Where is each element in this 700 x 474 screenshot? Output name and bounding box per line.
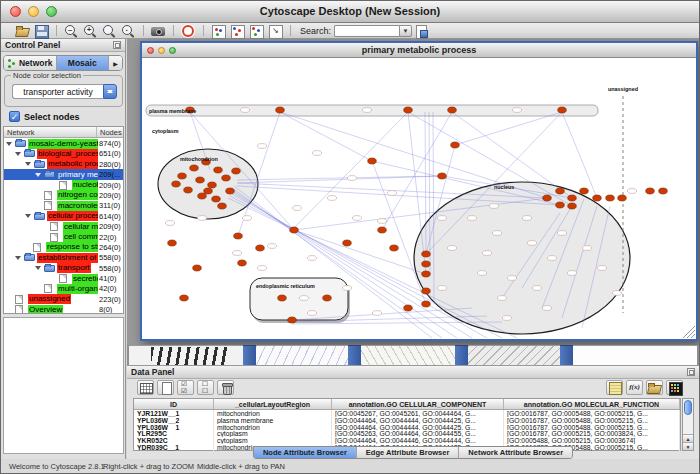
tree-row[interactable]: cell communicat22(0)	[4, 232, 123, 242]
network-node-small[interactable]	[307, 256, 316, 261]
network-edge[interactable]	[292, 112, 408, 230]
tree-row[interactable]: macromolecule311(0)	[4, 200, 123, 210]
notes-icon[interactable]	[606, 380, 623, 395]
network-node[interactable]	[646, 188, 655, 194]
select-nodes-checkbox[interactable]: ✓	[9, 111, 20, 122]
network-node[interactable]	[238, 260, 247, 266]
background-window[interactable]	[573, 345, 697, 365]
network-node[interactable]	[178, 173, 187, 179]
network-node[interactable]	[343, 240, 352, 246]
network-node[interactable]	[184, 187, 193, 193]
tree-row[interactable]: secretion41(0)	[4, 273, 123, 283]
scroll-down-icon[interactable]: ▼	[683, 442, 693, 450]
tree-row[interactable]: multi-organism pro42(0)	[4, 283, 123, 293]
table-row[interactable]: YPL036W__2plasma membrane[GO:0044464, GO…	[134, 417, 680, 424]
network-node-small[interactable]	[347, 176, 356, 181]
zoom-in-icon[interactable]	[83, 24, 98, 38]
network-node[interactable]	[276, 107, 285, 113]
new-attribute-icon[interactable]	[157, 380, 174, 395]
table-cell[interactable]: mitochondrion	[214, 410, 332, 417]
table-column-header[interactable]: annotation.GO CELLULAR_COMPONENT	[332, 399, 504, 409]
network-node-small[interactable]	[477, 271, 486, 276]
network-node-small[interactable]	[372, 311, 381, 316]
matrix-icon[interactable]	[666, 380, 683, 395]
network-node-small[interactable]	[257, 266, 266, 271]
network-edge[interactable]	[562, 112, 597, 198]
tree-row[interactable]: primary metabo209(...	[4, 169, 123, 179]
network-node-small[interactable]	[489, 204, 498, 209]
network-node[interactable]	[422, 271, 431, 277]
table-cell[interactable]: YKR052C	[134, 437, 214, 444]
network-node-small[interactable]	[242, 216, 251, 221]
destroy-view-icon[interactable]	[249, 24, 264, 38]
title-bar[interactable]: Cytoscape Desktop (New Session)	[1, 1, 699, 23]
network-node-small[interactable]	[352, 216, 361, 221]
network-node-small[interactable]	[437, 216, 446, 221]
network-node[interactable]	[193, 265, 202, 271]
annotation-icon[interactable]	[268, 24, 283, 38]
table-row[interactable]: YLR295Ccytoplasm[GO:0045263, GO:0044464,…	[134, 430, 680, 437]
network-node[interactable]	[438, 173, 447, 179]
network-node[interactable]	[232, 168, 241, 174]
import-attributes-icon[interactable]	[646, 380, 663, 395]
network-window-titlebar[interactable]: primary metabolic process	[142, 43, 696, 58]
search-input[interactable]	[334, 25, 399, 37]
network-node[interactable]	[593, 195, 602, 201]
tree-row[interactable]: transport558(0)	[4, 263, 123, 273]
tab-edge-attribute-browser[interactable]: Edge Attribute Browser	[357, 447, 459, 458]
network-node-small[interactable]	[502, 316, 511, 321]
snapshot-icon[interactable]	[151, 24, 166, 38]
tree-row[interactable]: metabolic process280(0)	[4, 159, 123, 169]
table-column-header[interactable]: annotation.GO MOLECULAR_FUNCTION	[504, 399, 680, 409]
network-node-small[interactable]	[612, 291, 621, 296]
network-node-small[interactable]	[492, 231, 501, 236]
network-node[interactable]	[404, 107, 413, 113]
table-cell[interactable]: [GO:0045267, GO:0045261, GO:0044464, G..…	[332, 410, 504, 417]
tree-column-network[interactable]: Network	[4, 127, 97, 137]
delete-attribute-icon[interactable]	[217, 380, 234, 395]
network-node[interactable]	[580, 188, 589, 194]
network-node-small[interactable]	[597, 266, 606, 271]
network-node-small[interactable]	[627, 189, 636, 194]
advanced-search-icon[interactable]	[414, 24, 429, 38]
table-cell[interactable]: YPL036W__1	[134, 424, 214, 431]
network-canvas[interactable]: plasma membrane cytoplasm mitochondrion …	[142, 58, 696, 339]
table-cell[interactable]: YPL036W__2	[134, 417, 214, 424]
table-cell[interactable]: [GO:0016787, GO:0005488, GO:0005215, G..…	[504, 410, 680, 417]
table-cell[interactable]: YJR121W__1	[134, 410, 214, 417]
network-node[interactable]	[290, 227, 299, 233]
network-node[interactable]	[214, 167, 223, 173]
network-node-small[interactable]	[527, 241, 536, 246]
network-node[interactable]	[368, 158, 377, 164]
zoom-out-icon[interactable]	[64, 24, 79, 38]
table-scrollbar[interactable]: ▲ ▼	[682, 398, 694, 451]
help-icon[interactable]	[181, 24, 196, 38]
table-cell[interactable]: plasma membrane	[214, 417, 332, 424]
tab-scroll-arrow-icon[interactable]: ▶	[109, 56, 122, 70]
network-node[interactable]	[180, 295, 189, 301]
tree-row[interactable]: nucleobase-209(0)	[4, 180, 123, 190]
network-node-small[interactable]	[542, 306, 551, 311]
network-node[interactable]	[448, 107, 457, 113]
table-cell[interactable]: [GO:0044464, GO:0044446, GO:0044444, G..…	[332, 437, 504, 444]
network-node[interactable]	[172, 181, 181, 187]
node-color-dropdown[interactable]: transporter activity	[12, 84, 117, 99]
zoom-fit-icon[interactable]	[102, 24, 117, 38]
network-node[interactable]	[190, 165, 199, 171]
scrollbar-thumb[interactable]	[684, 400, 692, 415]
network-node[interactable]	[218, 203, 227, 209]
background-window[interactable]	[361, 345, 455, 365]
table-cell[interactable]: YLR295C	[134, 430, 214, 437]
dropdown-stepper-icon[interactable]	[103, 84, 117, 99]
network-node-small[interactable]	[532, 286, 541, 291]
tab-network-attribute-browser[interactable]: Network Attribute Browser	[459, 447, 572, 458]
network-node-small[interactable]	[292, 206, 301, 211]
open-file-icon[interactable]	[15, 24, 30, 38]
network-node[interactable]	[422, 261, 431, 267]
zoom-selected-icon[interactable]	[121, 24, 136, 38]
network-node[interactable]	[323, 295, 332, 301]
network-node-small[interactable]	[512, 108, 521, 113]
network-node[interactable]	[204, 188, 213, 194]
tree-row[interactable]: cellular process614(0)	[4, 211, 123, 221]
network-node-small[interactable]	[267, 244, 276, 249]
